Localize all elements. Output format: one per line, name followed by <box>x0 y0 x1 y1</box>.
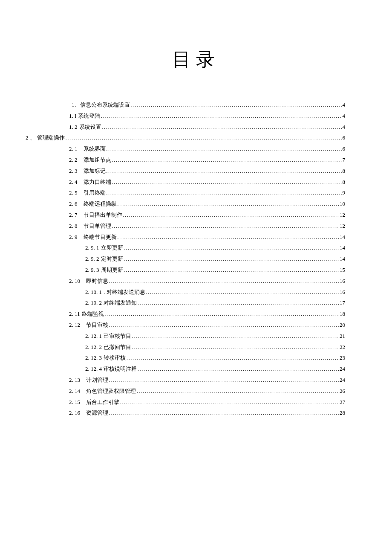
toc-entry: 2. 7节目播出单制作12 <box>69 212 345 218</box>
toc-page-number: 15 <box>340 267 345 273</box>
toc-number: 2. 12. 4 <box>85 366 102 372</box>
toc-page-number: 27 <box>340 399 345 405</box>
toc-entry: 2. 15后台工作引擎27 <box>69 399 345 405</box>
toc-page-number: 16 <box>340 278 345 284</box>
toc-text: 终端远程操纵 <box>84 201 117 206</box>
toc-number: 2. 4 <box>69 179 78 185</box>
toc-entry: 2. 4添力口终端8 <box>69 179 345 185</box>
toc-page-number: 4 <box>343 124 346 130</box>
toc-leader-dots <box>124 257 339 262</box>
toc-page-number: 26 <box>340 388 345 394</box>
toc-number: 2. 9. 3 <box>85 267 99 273</box>
toc-number: 2. 3 <box>69 168 78 174</box>
toc-page-number: 23 <box>340 355 345 360</box>
table-of-contents: 1、信息公布系统端设置41. I系统登陆41. 2系统设置42 、管理端操作62… <box>0 102 392 416</box>
toc-page-number: 18 <box>340 311 345 317</box>
toc-page-number: 8 <box>343 179 346 185</box>
toc-leader-dots <box>107 147 342 151</box>
toc-number: 2. 8 <box>69 223 78 229</box>
toc-leader-dots <box>132 345 339 350</box>
toc-page-number: 20 <box>340 322 345 328</box>
toc-number: 2. 9. 2 <box>85 256 99 262</box>
toc-text: 立即更新 <box>101 245 123 250</box>
toc-entry: 2. 13计划管理24 <box>69 377 345 383</box>
toc-page-number: 24 <box>340 377 345 383</box>
toc-number: 2. 14 <box>69 388 80 394</box>
toc-page-number: 4 <box>343 102 346 108</box>
toc-number: 2. 9. 1 <box>85 245 99 250</box>
toc-entry: 1. 2系统设置4 <box>69 124 345 130</box>
toc-text: 信息公布系统端设置 <box>80 102 130 108</box>
toc-page-number: 12 <box>340 212 345 218</box>
toc-entry: 2. 10即时信息16 <box>69 278 345 284</box>
toc-entry: 2. 12. 1己审核节目21 <box>85 333 345 339</box>
toc-text: 引用终端 <box>84 190 106 195</box>
toc-number: 2. 12. 2 <box>85 344 102 350</box>
toc-number: 2. 11 <box>69 311 80 317</box>
toc-leader-dots <box>118 235 339 240</box>
toc-leader-dots <box>109 411 339 416</box>
toc-number: 2. 7 <box>69 212 78 218</box>
toc-number: 2. 12. 3 <box>85 355 102 360</box>
toc-entry: 2. 2添加组节点7 <box>69 157 345 163</box>
toc-leader-dots <box>118 202 339 206</box>
toc-text: . 对终端发送消息 <box>104 289 145 295</box>
toc-number: 1、 <box>72 102 80 108</box>
toc-text: 终端监视 <box>82 311 104 317</box>
toc-entry: 2. 9. 3周期更新15 <box>85 267 345 273</box>
toc-text: 周期更新 <box>101 267 123 273</box>
toc-page-number: 16 <box>340 289 345 295</box>
toc-number: 2. 10 <box>69 278 80 284</box>
toc-leader-dots <box>102 125 342 130</box>
toc-number: 2. 10. 1 <box>85 289 102 295</box>
toc-page-number: 8 <box>343 168 346 174</box>
toc-number: 2. 15 <box>69 399 80 405</box>
toc-number: 2 、 <box>26 135 35 140</box>
toc-number: 2. 10. 2 <box>85 300 102 305</box>
toc-entry: 2. 16资源管理28 <box>69 410 345 416</box>
toc-page-number: 21 <box>340 333 345 339</box>
toc-text: 己审核节目 <box>104 333 131 339</box>
toc-entry: 2. 9. 2定时更新14 <box>85 256 345 262</box>
toc-entry: 2. 14角色管理及权限管理26 <box>69 388 345 394</box>
toc-page-number: 28 <box>340 410 345 416</box>
toc-leader-dots <box>105 312 339 317</box>
toc-entry: 2. 10. 2对终端发通知17 <box>85 300 345 305</box>
toc-leader-dots <box>138 367 339 372</box>
toc-page-number: 14 <box>340 234 345 240</box>
toc-page-number: 14 <box>340 245 345 250</box>
toc-page-number: 22 <box>340 344 345 350</box>
toc-text: 添力口终端 <box>84 179 111 185</box>
toc-text: 即时信息 <box>86 278 108 284</box>
toc-leader-dots <box>109 279 339 284</box>
toc-text: 节目审核 <box>86 322 108 328</box>
toc-number: 2. 13 <box>69 377 80 383</box>
toc-number: 2. 16 <box>69 410 80 416</box>
toc-entry: 2. 12. 2已撤回节目22 <box>85 344 345 350</box>
document-title: 目录 <box>0 47 392 72</box>
toc-number: 2. 9 <box>69 234 78 240</box>
toc-text: 系统登陆 <box>78 113 100 119</box>
toc-entry: 2. 11终端监视18 <box>69 311 345 317</box>
toc-text: 系统设置 <box>79 124 101 130</box>
toc-entry: 2. 6终端远程操纵10 <box>69 201 345 206</box>
toc-entry: 1. I系统登陆4 <box>69 113 345 119</box>
toc-page-number: 9 <box>343 190 346 195</box>
toc-text: 对终端发通知 <box>104 300 137 305</box>
toc-entry: 2. 9终端节目更新14 <box>69 234 345 240</box>
toc-leader-dots <box>120 400 339 405</box>
toc-leader-dots <box>123 213 339 218</box>
toc-entry: 2. 1系统界面6 <box>69 146 345 151</box>
toc-page-number: 7 <box>343 157 346 163</box>
toc-text: 定时更新 <box>101 256 123 262</box>
toc-text: 管理端操作 <box>37 135 65 140</box>
toc-text: 资源管理 <box>86 410 108 416</box>
toc-text: 转移审核 <box>104 355 126 360</box>
toc-page-number: 24 <box>340 366 345 372</box>
toc-page-number: 10 <box>340 201 345 206</box>
toc-number: 2. 6 <box>69 201 78 206</box>
toc-leader-dots <box>146 290 339 295</box>
toc-entry: 2 、管理端操作6 <box>26 135 345 140</box>
toc-entry: 2. 12. 4审核说明注释24 <box>85 366 345 372</box>
toc-leader-dots <box>107 169 342 174</box>
